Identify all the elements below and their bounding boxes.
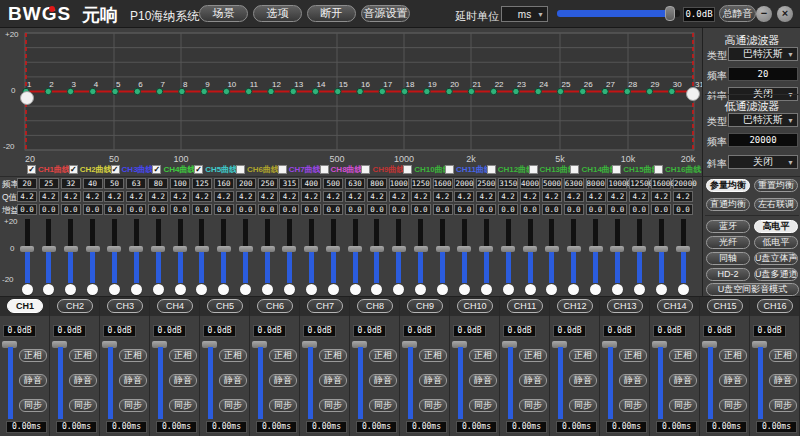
mode-button-5[interactable]: 蓝牙: [706, 220, 750, 233]
eq-slider-knob-19[interactable]: [415, 284, 426, 295]
checkbox-ch9-curve[interactable]: [361, 165, 370, 174]
phase-button-ch13[interactable]: 正相: [619, 349, 647, 362]
channel-fader-track-ch15[interactable]: [708, 347, 713, 419]
eq-freq-cell-30[interactable]: 16000: [651, 178, 671, 189]
eq-slider-track-top-18[interactable]: [396, 219, 401, 249]
mute-button-ch2[interactable]: 静音: [69, 374, 97, 387]
eq-slider-knob-26[interactable]: [568, 284, 579, 295]
mute-button-ch11[interactable]: 静音: [519, 374, 547, 387]
eq-freq-cell-11[interactable]: 200: [236, 178, 256, 189]
eq-slider-track-top-11[interactable]: [243, 219, 248, 249]
sync-button-ch12[interactable]: 同步: [569, 399, 597, 412]
eq-band-point-21[interactable]: [468, 88, 474, 94]
eq-slider-track-bottom-10[interactable]: [221, 252, 226, 283]
eq-q-cell-17[interactable]: 4.2: [367, 191, 387, 202]
eq-slider-knob-16[interactable]: [350, 284, 361, 295]
eq-freq-cell-26[interactable]: 6300: [564, 178, 584, 189]
lowpass-freq-input[interactable]: 20000: [728, 133, 798, 147]
eq-band-point-20[interactable]: [446, 88, 452, 94]
sync-button-ch5[interactable]: 同步: [219, 399, 247, 412]
eq-band-point-24[interactable]: [535, 88, 541, 94]
eq-band-point-8[interactable]: [179, 88, 185, 94]
channel-tab-ch3[interactable]: CH3: [107, 299, 143, 313]
curve-toggle-ch8[interactable]: CH8曲线: [320, 164, 363, 175]
eq-slider-knob-5[interactable]: [109, 284, 120, 295]
lowpass-type-select[interactable]: 巴特沃斯: [728, 113, 798, 127]
checkbox-ch16-curve[interactable]: [654, 165, 663, 174]
menu-button-3[interactable]: 断开: [307, 5, 356, 22]
channel-tab-ch7[interactable]: CH7: [307, 299, 343, 313]
checkbox-ch13-curve[interactable]: [529, 165, 538, 174]
eq-q-cell-19[interactable]: 4.2: [411, 191, 431, 202]
sync-button-ch9[interactable]: 同步: [419, 399, 447, 412]
mode-button-11[interactable]: HD-2: [706, 268, 750, 281]
channel-fader-track-ch14[interactable]: [658, 347, 663, 419]
curve-toggle-ch13[interactable]: CH13曲线: [529, 164, 576, 175]
eq-gain-cell-13[interactable]: 0.0: [279, 204, 299, 215]
eq-freq-cell-21[interactable]: 2000: [454, 178, 474, 189]
curve-toggle-ch14[interactable]: CH14曲线: [570, 164, 617, 175]
eq-slider-track-bottom-21[interactable]: [462, 252, 467, 283]
curve-toggle-ch9[interactable]: CH9曲线: [361, 164, 404, 175]
curve-toggle-ch7[interactable]: CH7曲线: [278, 164, 321, 175]
eq-slider-track-top-17[interactable]: [374, 219, 379, 249]
eq-gain-cell-2[interactable]: 0.0: [39, 204, 59, 215]
eq-gain-cell-3[interactable]: 0.0: [61, 204, 81, 215]
eq-slider-track-bottom-4[interactable]: [90, 252, 95, 283]
channel-tab-ch16[interactable]: CH16: [757, 299, 793, 313]
phase-button-ch15[interactable]: 正相: [719, 349, 747, 362]
eq-gain-cell-14[interactable]: 0.0: [301, 204, 321, 215]
mode-button-6[interactable]: 高电平: [754, 220, 798, 233]
mute-button-ch1[interactable]: 静音: [19, 374, 47, 387]
eq-slider-track-top-29[interactable]: [637, 219, 642, 249]
phase-button-ch9[interactable]: 正相: [419, 349, 447, 362]
mute-button-ch13[interactable]: 静音: [619, 374, 647, 387]
channel-fader-track-ch5[interactable]: [208, 347, 213, 419]
channel-tab-ch13[interactable]: CH13: [607, 299, 643, 313]
eq-slider-track-bottom-7[interactable]: [156, 252, 161, 283]
lowpass-handle[interactable]: [687, 88, 700, 101]
eq-band-point-25[interactable]: [557, 88, 563, 94]
eq-slider-track-bottom-2[interactable]: [46, 252, 51, 283]
eq-band-point-23[interactable]: [513, 88, 519, 94]
eq-slider-track-bottom-19[interactable]: [418, 252, 423, 283]
sync-button-ch3[interactable]: 同步: [119, 399, 147, 412]
phase-button-ch1[interactable]: 正相: [19, 349, 47, 362]
minimize-button[interactable]: −: [756, 6, 772, 22]
channel-fader-track-ch9[interactable]: [408, 347, 413, 419]
channel-tab-ch1[interactable]: CH1: [7, 299, 43, 313]
master-volume-slider[interactable]: [557, 10, 680, 17]
eq-freq-cell-9[interactable]: 125: [192, 178, 212, 189]
eq-slider-track-top-1[interactable]: [25, 219, 30, 249]
channel-tab-ch15[interactable]: CH15: [707, 299, 743, 313]
eq-band-point-15[interactable]: [335, 88, 341, 94]
eq-band-point-4[interactable]: [90, 88, 96, 94]
eq-band-point-3[interactable]: [67, 88, 73, 94]
eq-q-cell-5[interactable]: 4.2: [104, 191, 124, 202]
eq-q-cell-14[interactable]: 4.2: [301, 191, 321, 202]
eq-slider-knob-22[interactable]: [481, 284, 492, 295]
sync-button-ch2[interactable]: 同步: [69, 399, 97, 412]
eq-gain-cell-29[interactable]: 0.0: [629, 204, 649, 215]
eq-q-cell-7[interactable]: 4.2: [148, 191, 168, 202]
mode-button-7[interactable]: 光纤: [706, 236, 750, 249]
eq-band-point-26[interactable]: [580, 88, 586, 94]
eq-q-cell-4[interactable]: 4.2: [83, 191, 103, 202]
mode-button-1[interactable]: 参量均衡: [706, 179, 750, 192]
eq-gain-cell-4[interactable]: 0.0: [83, 204, 103, 215]
eq-gain-cell-30[interactable]: 0.0: [651, 204, 671, 215]
phase-button-ch14[interactable]: 正相: [669, 349, 697, 362]
curve-toggle-ch11[interactable]: CH11曲线: [445, 164, 492, 175]
mute-button-ch12[interactable]: 静音: [569, 374, 597, 387]
menu-button-2[interactable]: 选项: [253, 5, 302, 22]
eq-q-cell-20[interactable]: 4.2: [433, 191, 453, 202]
eq-slider-track-top-21[interactable]: [462, 219, 467, 249]
channel-tab-ch8[interactable]: CH8: [357, 299, 393, 313]
phase-button-ch2[interactable]: 正相: [69, 349, 97, 362]
phase-button-ch8[interactable]: 正相: [369, 349, 397, 362]
curve-toggle-ch6[interactable]: CH6曲线: [236, 164, 279, 175]
eq-slider-track-top-12[interactable]: [265, 219, 270, 249]
eq-slider-track-top-28[interactable]: [615, 219, 620, 249]
eq-band-point-6[interactable]: [134, 88, 140, 94]
menu-button-1[interactable]: 场景: [199, 5, 248, 22]
